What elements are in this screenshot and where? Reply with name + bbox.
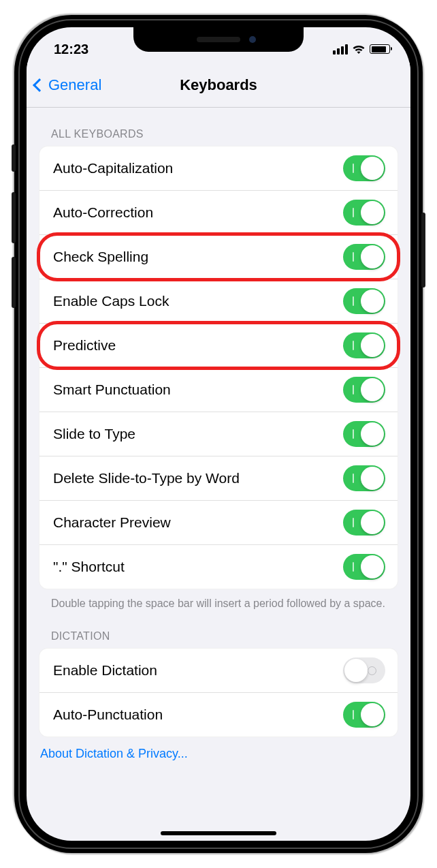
row-label: "." Shortcut	[53, 559, 125, 575]
toggle-knob	[361, 290, 384, 313]
status-time: 12:23	[54, 42, 88, 57]
power-button	[421, 213, 425, 288]
toggle-character-preview[interactable]	[343, 510, 385, 536]
row-auto-correction: Auto-Correction	[39, 191, 398, 235]
battery-icon	[370, 44, 390, 54]
back-label: General	[48, 76, 101, 94]
row-enable-dictation: Enable Dictation	[39, 649, 398, 693]
wifi-icon	[352, 44, 366, 55]
page-title: Keyboards	[180, 76, 257, 94]
toggle-auto-correction[interactable]	[343, 200, 385, 226]
content[interactable]: ALL KEYBOARDS Auto-CapitalizationAuto-Co…	[27, 108, 410, 841]
toggle-knob	[361, 555, 384, 578]
mute-switch	[12, 144, 16, 172]
toggle-knob	[361, 245, 384, 268]
notch	[133, 27, 304, 52]
section-header-all-keyboards: ALL KEYBOARDS	[27, 128, 410, 146]
section-header-dictation: DICTATION	[27, 630, 410, 648]
row-label: Auto-Punctuation	[53, 707, 163, 723]
row-delete-slide-to-type-by-word: Delete Slide-to-Type by Word	[39, 456, 398, 501]
nav-bar: General Keyboards	[27, 63, 410, 108]
toggle-auto-capitalization[interactable]	[343, 155, 385, 181]
toggle-knob	[361, 422, 384, 446]
cellular-icon	[333, 44, 348, 55]
toggle-auto-punctuation[interactable]	[343, 702, 385, 728]
row-shortcut: "." Shortcut	[39, 545, 398, 589]
toggle-knob	[361, 378, 384, 401]
toggle-predictive[interactable]	[343, 332, 385, 358]
toggle-knob	[344, 659, 368, 682]
row-label: Auto-Capitalization	[53, 160, 173, 176]
row-label: Enable Dictation	[53, 662, 157, 679]
row-label: Auto-Correction	[53, 204, 153, 221]
volume-down-button	[12, 257, 16, 308]
row-label: Delete Slide-to-Type by Word	[53, 470, 240, 486]
toggle-delete-slide-to-type-by-word[interactable]	[343, 465, 385, 491]
row-predictive: Predictive	[39, 324, 398, 368]
toggle-knob	[361, 511, 384, 534]
toggle-check-spelling[interactable]	[343, 244, 385, 270]
status-icons	[333, 44, 390, 55]
toggle-knob	[361, 703, 384, 726]
toggle-slide-to-type[interactable]	[343, 421, 385, 447]
row-label: Check Spelling	[53, 249, 148, 265]
volume-up-button	[12, 192, 16, 243]
toggle-enable-dictation[interactable]	[343, 657, 385, 683]
row-label: Slide to Type	[53, 426, 135, 442]
row-character-preview: Character Preview	[39, 501, 398, 545]
row-check-spelling: Check Spelling	[39, 235, 398, 279]
row-auto-punctuation: Auto-Punctuation	[39, 693, 398, 737]
toggle-shortcut[interactable]	[343, 554, 385, 580]
row-label: Character Preview	[53, 514, 171, 531]
section-footer: Double tapping the space bar will insert…	[27, 589, 410, 630]
row-enable-caps-lock: Enable Caps Lock	[39, 279, 398, 324]
phone-frame: 12:23 General Keyboards ALL KEYBOARDS Au…	[14, 15, 423, 853]
row-auto-capitalization: Auto-Capitalization	[39, 146, 398, 191]
home-indicator[interactable]	[161, 831, 276, 835]
row-label: Smart Punctuation	[53, 382, 171, 398]
toggle-knob	[361, 201, 384, 224]
dictation-list: Enable DictationAuto-Punctuation	[39, 648, 398, 737]
chevron-left-icon	[33, 78, 46, 92]
row-slide-to-type: Slide to Type	[39, 412, 398, 456]
toggle-smart-punctuation[interactable]	[343, 377, 385, 403]
screen: 12:23 General Keyboards ALL KEYBOARDS Au…	[27, 27, 410, 841]
row-label: Enable Caps Lock	[53, 293, 169, 309]
all-keyboards-list: Auto-CapitalizationAuto-CorrectionCheck …	[39, 146, 398, 589]
row-smart-punctuation: Smart Punctuation	[39, 368, 398, 412]
about-dictation-link[interactable]: About Dictation & Privacy...	[27, 737, 410, 771]
toggle-knob	[361, 157, 384, 180]
toggle-knob	[361, 467, 384, 490]
row-label: Predictive	[53, 337, 116, 354]
toggle-enable-caps-lock[interactable]	[343, 288, 385, 314]
toggle-knob	[361, 334, 384, 357]
back-button[interactable]: General	[35, 76, 101, 94]
